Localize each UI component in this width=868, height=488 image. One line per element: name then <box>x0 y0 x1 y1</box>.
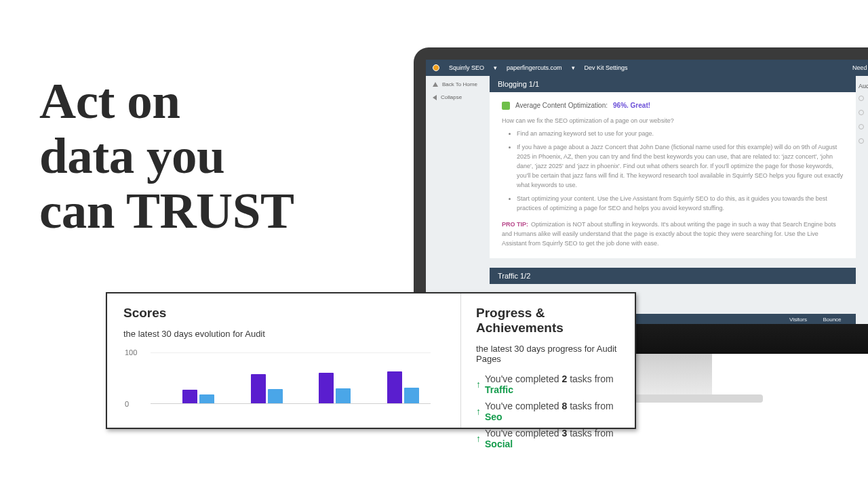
sidebar-back-label: Back To Home <box>442 81 477 87</box>
aside-item-page-traffic[interactable]: Page Traffic <box>859 109 868 115</box>
bar <box>251 374 266 403</box>
question-text: How can we fix the SEO optimization of a… <box>502 117 844 126</box>
blogging-panel-header[interactable]: Blogging 1/1 <box>490 76 856 92</box>
bar <box>182 390 197 403</box>
hero-line-1: Act on <box>39 73 180 129</box>
col-visitors: Visitors <box>781 317 815 323</box>
home-icon <box>433 82 438 87</box>
scores-title: Scores <box>123 306 444 321</box>
protip: PRO TIP:Optimization is NOT about stuffi… <box>502 220 844 249</box>
bar <box>336 388 351 403</box>
help-menu[interactable]: Need Help? ▾ <box>852 64 868 71</box>
achievement-item: ↑You've completed 8 tasks from Seo <box>476 401 620 422</box>
left-sidebar: Back To Home Collapse <box>426 76 490 113</box>
scores-subtitle: the latest 30 days evolution for Audit <box>123 329 444 339</box>
radio-icon <box>859 138 864 144</box>
achievement-item: ↑You've completed 2 tasks from Traffic <box>476 373 620 395</box>
blogging-panel-body: Average Content Optimization: 96%. Great… <box>490 92 856 258</box>
bar-pair <box>251 374 283 403</box>
sidebar-back-home[interactable]: Back To Home <box>433 81 483 87</box>
aside-item-page-authority[interactable]: Page Autho <box>859 138 868 144</box>
progress-title: Progress & Achievements <box>476 306 620 336</box>
y-tick-100: 100 <box>125 348 137 357</box>
bar-pair <box>182 390 214 403</box>
progress-section: Progress & Achievements the latest 30 da… <box>461 293 635 428</box>
scores-section: Scores the latest 30 days evolution for … <box>107 293 461 428</box>
radio-icon <box>859 110 864 115</box>
bar <box>199 394 214 403</box>
aside-item-semrush[interactable]: Semrush R <box>859 95 868 101</box>
arrow-up-icon: ↑ <box>476 433 481 444</box>
hero-line-3: can TRUST <box>39 182 294 239</box>
achievement-item: ↑You've completed 3 tasks from Social <box>476 428 620 449</box>
progress-subtitle: the latest 30 days progress for Audit Pa… <box>476 344 620 364</box>
col-bounce: Bounce <box>815 317 849 323</box>
sidebar-collapse[interactable]: Collapse <box>433 94 483 100</box>
bar-pair <box>387 371 419 403</box>
site-menu[interactable]: paperfingercuts.com <box>507 64 562 71</box>
bar <box>319 373 334 404</box>
main-content: Blogging 1/1 Average Content Optimizatio… <box>490 76 856 324</box>
arrow-up-icon: ↑ <box>476 406 481 417</box>
protip-label: PRO TIP: <box>502 221 528 228</box>
arrow-up-icon: ↑ <box>476 379 481 390</box>
aside-item-moz[interactable]: Moz Backlin <box>859 123 868 129</box>
brand-logo-icon <box>433 64 439 71</box>
aco-value: 96%. Great! <box>613 100 650 111</box>
brand-menu[interactable]: Squirrly SEO <box>449 64 484 71</box>
scores-bar-chart: 100 0 <box>144 348 444 407</box>
hero-line-2: data you <box>39 127 224 184</box>
bar-pair <box>319 373 351 404</box>
devkit-link[interactable]: Dev Kit Settings <box>585 64 628 71</box>
tip-item-1: Find an amazing keyword set to use for y… <box>517 129 844 139</box>
collapse-icon <box>433 95 437 100</box>
aside-title: Audit S <box>859 83 868 89</box>
radio-icon <box>859 124 864 129</box>
bar <box>404 388 419 403</box>
protip-text: Optimization is NOT about stuffing in ke… <box>502 221 836 247</box>
sidebar-collapse-label: Collapse <box>441 94 462 100</box>
scores-progress-card: Scores the latest 30 days evolution for … <box>106 292 636 429</box>
app-topbar: Squirrly SEO▾ paperfingercuts.com▾ Dev K… <box>426 60 868 76</box>
traffic-panel-header[interactable]: Traffic 1/2 <box>490 268 856 284</box>
aco-label: Average Content Optimization: <box>515 100 608 111</box>
right-aside: Audit S Semrush R Page Traffic Moz Backl… <box>856 76 868 152</box>
hero-headline: Act on data you can TRUST <box>39 73 294 238</box>
tip-item-3: Start optimizing your content. Use the L… <box>517 195 844 214</box>
bar <box>387 371 402 403</box>
radio-icon <box>859 96 864 101</box>
bar <box>268 389 283 403</box>
y-tick-0: 0 <box>125 400 129 408</box>
tip-item-2: If you have a page about a Jazz Concert … <box>517 143 844 190</box>
thumbs-up-icon <box>502 102 510 110</box>
